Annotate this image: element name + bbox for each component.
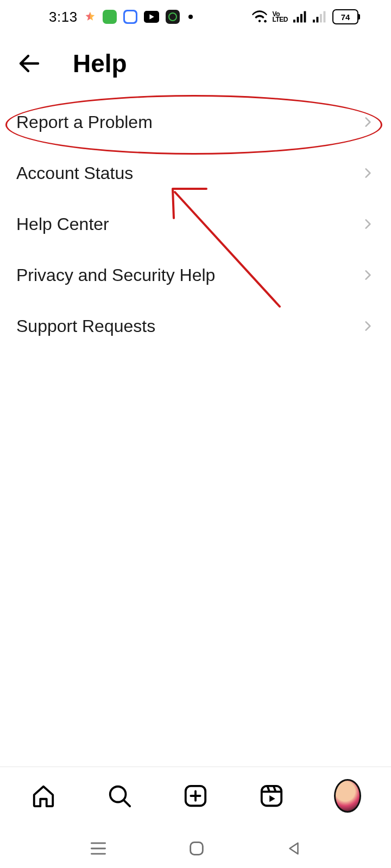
wifi-icon: [252, 10, 267, 23]
nav-reels-button[interactable]: [258, 782, 285, 809]
chevron-right-icon: [361, 166, 375, 180]
svg-rect-5: [313, 20, 315, 22]
nav-create-button[interactable]: [182, 782, 209, 809]
svg-rect-7: [320, 14, 322, 23]
status-bar: 3:13 Vo LTED 74: [0, 0, 391, 34]
svg-rect-3: [300, 14, 302, 23]
menu-item-privacy-security[interactable]: Privacy and Security Help: [16, 250, 375, 301]
svg-point-0: [264, 20, 267, 23]
plus-square-icon: [183, 783, 208, 808]
signal-1-icon: [293, 11, 307, 23]
menu-item-report-a-problem[interactable]: Report a Problem: [16, 97, 375, 148]
menu-item-account-status[interactable]: Account Status: [16, 148, 375, 199]
menu-item-label: Report a Problem: [16, 112, 153, 132]
reels-icon: [259, 783, 284, 808]
app-header: Help: [0, 34, 391, 97]
svg-rect-15: [262, 786, 281, 806]
nav-home-button[interactable]: [30, 782, 57, 809]
system-nav-bar: [0, 829, 391, 868]
star-icon: [84, 11, 96, 23]
status-left: 3:13: [49, 9, 193, 25]
menu-item-support-requests[interactable]: Support Requests: [16, 301, 375, 352]
menu-item-label: Privacy and Security Help: [16, 265, 215, 285]
page-title: Help: [73, 49, 127, 78]
svg-rect-4: [304, 11, 306, 23]
svg-rect-22: [191, 843, 203, 855]
app-icon-green: [103, 10, 117, 24]
svg-line-11: [124, 800, 130, 806]
app-icon-round: [166, 10, 180, 24]
svg-rect-8: [324, 11, 326, 23]
device-frame: 3:13 Vo LTED 74: [0, 0, 391, 868]
search-icon: [107, 783, 132, 808]
back-button[interactable]: [16, 50, 42, 76]
help-menu-list: Report a Problem Account Status Help Cen…: [0, 97, 391, 352]
app-icon-blue: [123, 10, 137, 24]
signal-2-icon: [313, 11, 327, 23]
sys-home-button[interactable]: [187, 839, 206, 858]
chevron-right-icon: [361, 319, 375, 333]
nav-profile-button[interactable]: [334, 782, 361, 809]
chevron-right-icon: [361, 268, 375, 282]
battery-indicator: 74: [332, 9, 358, 24]
nav-search-button[interactable]: [106, 782, 133, 809]
profile-avatar: [334, 779, 361, 813]
status-clock: 3:13: [49, 9, 78, 25]
status-right: Vo LTED 74: [252, 9, 358, 24]
more-notifications-dot: [188, 15, 193, 19]
menu-item-label: Help Center: [16, 214, 109, 234]
sys-recent-button[interactable]: [89, 841, 108, 856]
sys-back-button[interactable]: [286, 840, 302, 857]
chevron-right-icon: [361, 115, 375, 129]
svg-rect-6: [317, 17, 319, 22]
menu-item-help-center[interactable]: Help Center: [16, 199, 375, 250]
svg-rect-2: [297, 17, 299, 22]
bottom-nav: [0, 767, 391, 825]
volte-indicator: Vo LTED: [273, 11, 288, 22]
chevron-right-icon: [361, 217, 375, 231]
svg-rect-1: [293, 20, 295, 22]
youtube-icon: [144, 11, 159, 23]
menu-item-label: Support Requests: [16, 316, 155, 336]
home-icon: [31, 783, 56, 808]
menu-item-label: Account Status: [16, 163, 133, 183]
